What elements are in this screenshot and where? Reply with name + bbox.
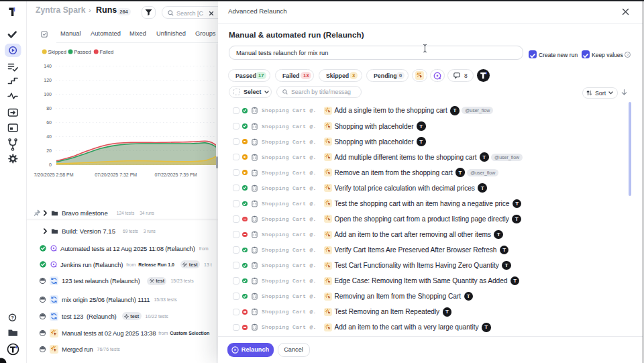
svg-text:0: 0: [49, 162, 52, 167]
svg-text:60: 60: [46, 120, 52, 125]
svg-text:?: ?: [11, 315, 14, 321]
svg-text:Passed: Passed: [74, 49, 91, 55]
svg-text:07/20/2025 7:32 PM: 07/20/2025 7:32 PM: [95, 172, 137, 177]
svg-text:?: ?: [627, 53, 629, 57]
svg-text:Skipped: Skipped: [48, 49, 66, 55]
svg-text:40: 40: [46, 134, 52, 139]
svg-text:80: 80: [46, 106, 52, 111]
svg-text:Failed: Failed: [100, 49, 114, 55]
svg-text:07/22/2025 7:39 PM: 07/22/2025 7:39 PM: [154, 172, 197, 177]
svg-text:140: 140: [44, 64, 52, 68]
svg-text:20: 20: [46, 148, 52, 153]
svg-text:100: 100: [44, 92, 52, 97]
svg-text:7/20/2025 2:58 PM: 7/20/2025 2:58 PM: [34, 172, 73, 177]
svg-text:120: 120: [44, 78, 52, 83]
